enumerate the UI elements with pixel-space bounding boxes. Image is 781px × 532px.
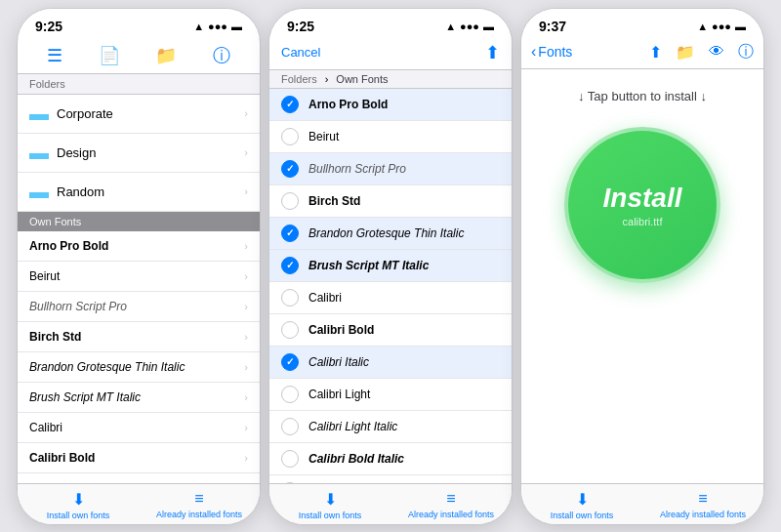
tab-install-3[interactable]: ⬇ Install own fonts xyxy=(521,484,642,524)
signal-icon-2: ●●● xyxy=(460,20,479,32)
select-calibri-light[interactable]: Calibri Light xyxy=(269,379,512,411)
chevron-font-7: › xyxy=(244,422,248,433)
battery-icon-2: ▬ xyxy=(483,20,494,32)
select-font-4: Birch Std xyxy=(308,194,500,208)
nav-bar-2: Cancel ⬆ xyxy=(269,38,512,70)
chevron-font-5: › xyxy=(244,361,248,373)
select-arno[interactable]: Arno Pro Bold xyxy=(269,89,512,121)
check-birch xyxy=(281,192,299,210)
tab-installed-1[interactable]: ≡ Already installed fonts xyxy=(139,484,260,524)
font-name-4: Birch Std xyxy=(29,330,244,344)
install-instruction: ↓ Tap button to install ↓ xyxy=(578,89,707,103)
tab-installed-label-1: Already installed fonts xyxy=(156,510,242,519)
install-screen: ↓ Tap button to install ↓ Install calibr… xyxy=(521,69,763,483)
font-birch[interactable]: Birch Std › xyxy=(18,322,260,352)
folder-icon-blue-3: ▬ xyxy=(29,181,49,203)
select-calibri-light-italic[interactable]: Calibri Light Italic xyxy=(269,411,512,443)
file-icon[interactable]: 📄 xyxy=(99,45,120,66)
font-beirut[interactable]: Beirut › xyxy=(18,262,260,292)
check-beirut xyxy=(281,128,299,145)
download-icon-3: ⬇ xyxy=(576,490,589,509)
select-beirut[interactable]: Beirut xyxy=(269,121,512,153)
check-arno xyxy=(281,96,299,113)
status-bar-3: 9:37 ▲ ●●● ▬ xyxy=(521,9,763,38)
folder-design[interactable]: ▬ Design › xyxy=(18,134,260,173)
check-calibri-light-italic xyxy=(281,418,299,435)
folder-nav-icon-3[interactable]: 📁 xyxy=(676,43,695,61)
select-font-11: Calibri Light Italic xyxy=(308,420,500,433)
signal-icon: ●●● xyxy=(208,20,227,32)
check-brandon xyxy=(281,225,299,242)
select-calibri-bold-italic[interactable]: Calibri Bold Italic xyxy=(269,443,512,475)
cancel-button[interactable]: Cancel xyxy=(281,45,320,60)
check-calibri-italic xyxy=(281,353,299,371)
select-font-6: Brush Script MT Italic xyxy=(308,259,500,272)
wifi-icon-3: ▲ xyxy=(697,20,708,32)
tab-installed-2[interactable]: ≡ Already installed fonts xyxy=(390,484,512,524)
chevron-font-1: › xyxy=(244,240,248,252)
font-name-3: Bullhorn Script Pro xyxy=(29,300,244,313)
breadcrumb-folders: Folders xyxy=(281,73,317,85)
check-calibri-bold-italic xyxy=(281,450,299,468)
info-icon[interactable]: ⓘ xyxy=(213,44,230,67)
font-calibri-italic[interactable]: Calibri Italic › xyxy=(18,473,260,483)
folder-icon[interactable]: 📁 xyxy=(155,45,177,66)
folder-random[interactable]: ▬ Random › xyxy=(18,173,260,212)
select-font-1: Arno Pro Bold xyxy=(308,98,500,111)
font-brandon[interactable]: Brandon Grotesque Thin Italic › xyxy=(18,352,260,383)
font-brush[interactable]: Brush Script MT Italic › xyxy=(18,383,260,413)
chevron-font-6: › xyxy=(244,391,248,403)
list-icon-2: ≡ xyxy=(446,490,455,508)
list-icon-3: ≡ xyxy=(698,490,707,508)
tab-install-1[interactable]: ⬇ Install own fonts xyxy=(18,484,139,524)
select-brush[interactable]: Brush Script MT Italic xyxy=(269,250,512,282)
select-font-10: Calibri Light xyxy=(308,388,500,401)
select-californian[interactable]: Californian FB xyxy=(269,475,512,483)
battery-icon-3: ▬ xyxy=(735,20,746,32)
panel2-phone: 9:25 ▲ ●●● ▬ Cancel ⬆ Folders › Own Font… xyxy=(268,8,513,525)
status-bar-1: 9:25 ▲ ●●● ▬ xyxy=(18,9,260,38)
breadcrumb-2: Folders › Own Fonts xyxy=(269,70,512,89)
back-chevron-icon: ‹ xyxy=(531,43,536,61)
select-calibri-italic[interactable]: Calibri Italic xyxy=(269,347,512,379)
time-3: 9:37 xyxy=(539,19,566,34)
install-btn-text: Install xyxy=(603,183,682,214)
download-icon-2: ⬇ xyxy=(324,490,337,509)
font-name: Arno Pro Bold xyxy=(29,239,244,253)
select-font-2: Beirut xyxy=(308,130,500,143)
folder-label-2: Design xyxy=(57,145,244,160)
font-bullhorn[interactable]: Bullhorn Script Pro › xyxy=(18,292,260,322)
panel1-phone: 9:25 ▲ ●●● ▬ ☰ 📄 📁 ⓘ Folders ▬ Corporate… xyxy=(17,8,261,525)
folder-corporate[interactable]: ▬ Corporate › xyxy=(18,95,260,134)
time-1: 9:25 xyxy=(35,19,62,34)
breadcrumb-own-fonts: Own Fonts xyxy=(336,73,388,85)
install-button[interactable]: Install calibri.ttf xyxy=(564,127,720,283)
select-birch[interactable]: Birch Std xyxy=(269,185,512,218)
panel3-phone: 9:37 ▲ ●●● ▬ ‹ Fonts ⬆ 📁 👁 ⓘ ↓ Tap butto… xyxy=(520,8,764,525)
select-font-3: Bullhorn Script Pro xyxy=(308,162,500,176)
font-calibri-bold[interactable]: Calibri Bold › xyxy=(18,443,260,473)
font-calibri[interactable]: Calibri › xyxy=(18,413,260,443)
menu-icon[interactable]: ☰ xyxy=(47,45,62,66)
check-calibri xyxy=(281,289,299,307)
folder-label: Corporate xyxy=(57,106,244,121)
select-font-9: Calibri Italic xyxy=(308,355,500,369)
tab-installed-3[interactable]: ≡ Already installed fonts xyxy=(642,484,763,524)
content-area-2: Arno Pro Bold Beirut Bullhorn Script Pro… xyxy=(269,89,512,483)
back-button-3[interactable]: ‹ Fonts xyxy=(531,43,572,61)
select-calibri-bold[interactable]: Calibri Bold xyxy=(269,314,512,347)
eye-icon-3[interactable]: 👁 xyxy=(709,43,724,61)
font-arno[interactable]: Arno Pro Bold › xyxy=(18,231,260,262)
info-icon-3[interactable]: ⓘ xyxy=(738,42,754,62)
select-bullhorn[interactable]: Bullhorn Script Pro xyxy=(269,153,512,185)
share-icon[interactable]: ⬆ xyxy=(485,42,500,63)
tab-install-2[interactable]: ⬇ Install own fonts xyxy=(269,484,390,524)
folders-header: Folders xyxy=(18,74,260,95)
upload-icon-3[interactable]: ⬆ xyxy=(649,43,662,61)
select-brandon[interactable]: Brandon Grotesque Thin Italic xyxy=(269,218,512,250)
tab-install-label-1: Install own fonts xyxy=(47,511,110,520)
select-calibri[interactable]: Calibri xyxy=(269,282,512,314)
font-name-7: Calibri xyxy=(29,421,244,434)
check-brush xyxy=(281,257,299,274)
tab-bar-1: ⬇ Install own fonts ≡ Already installed … xyxy=(18,483,260,524)
